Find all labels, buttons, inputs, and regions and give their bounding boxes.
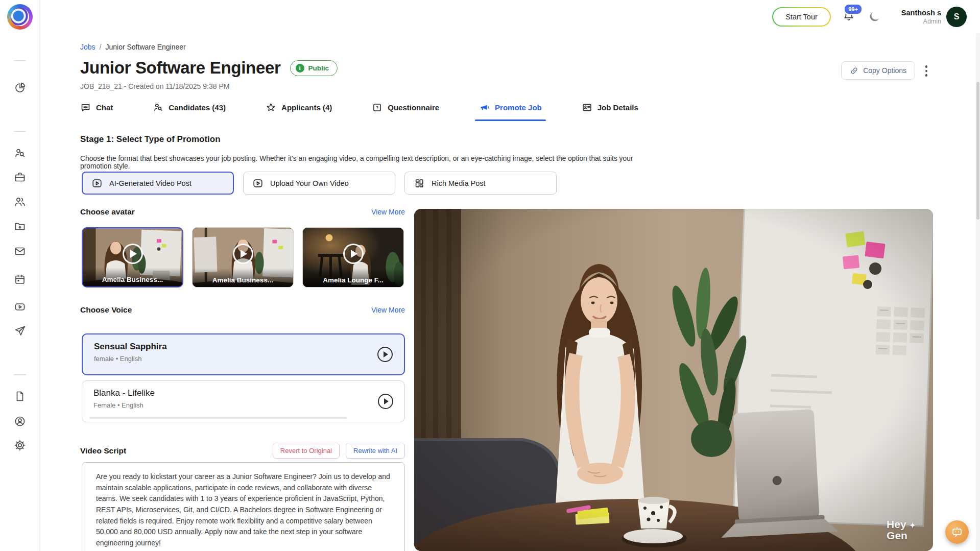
user-role: Admin [901,18,941,25]
status-badge: i Public [290,60,338,76]
tab-applicants[interactable]: Applicants (4) [266,102,332,121]
pie-chart-icon[interactable] [13,81,27,94]
avatar-card-amelia-lounge[interactable]: Amelia Lounge F... [302,227,404,288]
voice-play-icon[interactable] [378,394,393,409]
briefcase-icon[interactable] [13,171,27,184]
media-grid-icon [414,178,425,189]
svg-text:?: ? [376,105,378,110]
play-icon[interactable] [343,244,364,264]
folder-upload-icon[interactable] [13,220,27,233]
person-search-icon[interactable] [13,147,27,160]
video-preview-scene [414,209,933,551]
document-icon[interactable] [13,390,27,403]
tab-chat[interactable]: Chat [80,102,113,121]
avatar-view-more-link[interactable]: View More [371,208,405,216]
sidebar-divider [14,60,26,61]
notifications-bell-icon[interactable]: 99+ [842,9,855,25]
avatar-card-amelia-business-1[interactable]: Amelia Business... [82,227,183,288]
info-icon: i [296,64,304,73]
avatar-name: Amelia Lounge F... [303,268,403,287]
play-icon[interactable] [233,244,253,264]
top-header: Start Tour 99+ Santhosh s Admin S [39,0,980,33]
voice-details: female • English [94,355,393,363]
more-options-kebab-icon[interactable] [920,63,933,79]
breadcrumb-separator: / [100,43,102,51]
left-sidebar [0,0,39,551]
tab-promote-job[interactable]: Promote Job [479,102,542,121]
avatar-section-header: Choose avatar View More [80,207,405,217]
play-icon[interactable] [123,244,143,264]
user-menu[interactable]: Santhosh s Admin [901,9,941,25]
chat-bot-icon [951,526,963,538]
gear-icon[interactable] [13,439,27,452]
page-scrollbar-track[interactable] [976,33,980,551]
copy-options-label: Copy Options [863,66,906,75]
avatar[interactable]: S [946,7,967,27]
mail-icon[interactable] [13,245,27,258]
video-preview-panel: Hey ✦ Gen [414,209,933,551]
chat-icon [80,102,91,113]
id-card-icon [582,102,592,113]
voice-section-title: Choose Voice [80,305,132,315]
app-logo-icon[interactable] [7,4,33,30]
voice-details: Female • English [93,401,393,409]
title-row: Junior Software Engineer i Public [80,58,338,78]
rewrite-with-ai-button[interactable]: Rewrite with AI [346,443,405,459]
send-icon[interactable] [13,324,27,338]
tab-questionnaire-label: Questionnaire [388,103,439,112]
voice-view-more-link[interactable]: View More [371,306,405,314]
start-tour-label[interactable]: Start Tour [773,8,830,26]
option-label: AI-Generated Video Post [109,179,192,187]
page-scrollbar-thumb[interactable] [976,82,979,220]
megaphone-icon [479,102,490,113]
heygen-watermark: Hey ✦ Gen [887,519,916,541]
avatar-name: Amelia Business... [193,268,293,287]
breadcrumb-current: Junior Software Engineer [105,43,185,51]
link-icon [850,66,858,75]
star-icon [266,102,276,113]
video-play-icon [91,178,103,189]
question-box-icon: ? [372,102,383,113]
script-buttons: Revert to Original Rewrite with AI [273,443,405,459]
video-play-icon [252,178,264,189]
breadcrumb-jobs-link[interactable]: Jobs [80,43,95,51]
start-tour-button[interactable]: Start Tour [772,7,831,27]
people-icon[interactable] [13,195,27,208]
option-label: Upload Your Own Video [270,179,349,187]
page-title: Junior Software Engineer [80,58,281,78]
tab-questionnaire[interactable]: ? Questionnaire [372,102,439,121]
tab-applicants-label: Applicants (4) [281,103,332,112]
user-circle-icon[interactable] [13,415,27,428]
revert-to-original-button[interactable]: Revert to Original [273,443,340,459]
voice-card-sensual-sapphira[interactable]: Sensual Sapphira female • English [82,333,405,375]
person-search-icon [153,102,163,113]
dark-mode-toggle-icon[interactable] [868,10,881,23]
option-upload-own-video[interactable]: Upload Your Own Video [243,172,395,195]
tab-job-details-label: Job Details [597,103,638,112]
option-label: Rich Media Post [432,179,486,187]
tab-candidates[interactable]: Candidates (43) [153,102,226,121]
tab-job-details[interactable]: Job Details [582,102,638,121]
voice-card-blanka-lifelike[interactable]: Blanka - Lifelike Female • English [82,380,405,422]
voice-play-icon[interactable] [377,347,393,362]
avatar-cards: Amelia Business... Amelia Business... [82,227,404,288]
sidebar-divider [14,374,26,375]
avatar-name: Amelia Business... [83,268,182,286]
job-meta: JOB_218_21 - Created on 11/18/2025 9:38 … [80,82,229,90]
copy-options-button[interactable]: Copy Options [841,61,915,80]
stage-title: Stage 1: Select Type of Promotion [80,134,221,145]
calendar-icon[interactable] [13,273,27,286]
status-badge-label: Public [308,64,329,72]
sidebar-divider [14,131,26,132]
voice-list-scrollbar[interactable] [89,417,347,419]
breadcrumb: Jobs / Junior Software Engineer [80,43,186,51]
video-icon[interactable] [13,300,27,314]
voice-name: Sensual Sapphira [94,342,393,352]
tab-chat-label: Chat [96,103,113,112]
option-rich-media-post[interactable]: Rich Media Post [404,172,557,195]
app-root: Start Tour 99+ Santhosh s Admin S Jobs /… [0,0,980,551]
support-chat-fab[interactable] [945,520,969,544]
option-ai-generated-video[interactable]: AI-Generated Video Post [82,172,234,195]
avatar-card-amelia-business-2[interactable]: Amelia Business... [192,227,294,288]
video-script-textarea[interactable]: Are you ready to kickstart your career a… [82,462,405,551]
